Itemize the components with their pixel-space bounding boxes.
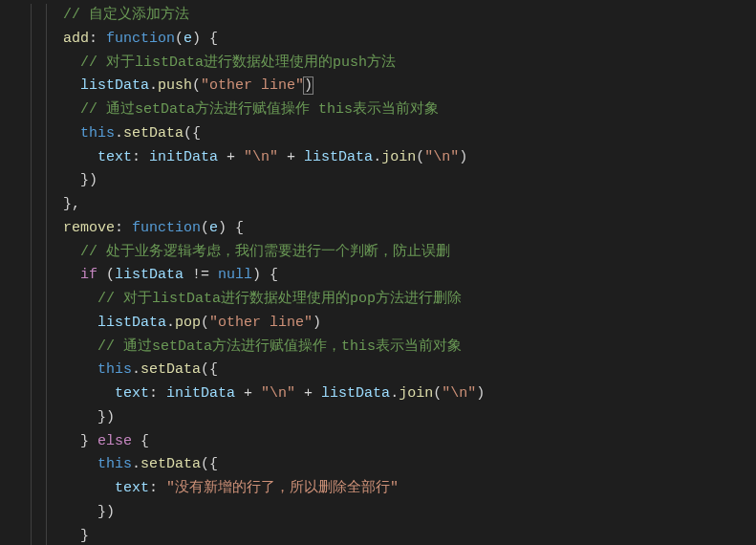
code-line[interactable]: this.setData({ [19, 359, 756, 382]
this-keyword: this [97, 361, 132, 378]
string-literal: "\n" [424, 149, 459, 165]
param: e [209, 220, 218, 236]
comment-text: // 通过setData方法进行赋值操作 this表示当前对象 [80, 101, 439, 118]
code-line[interactable]: // 对于listData进行数据处理使用的pop方法进行删除 [19, 288, 756, 312]
null-keyword: null [218, 267, 252, 283]
property-name: add [63, 31, 89, 47]
cursor-position: ) [303, 76, 313, 95]
code-line[interactable]: } else { [19, 430, 756, 454]
code-line[interactable]: // 通过setData方法进行赋值操作，this表示当前对象 [19, 336, 756, 360]
object-key: text [115, 480, 149, 496]
code-line[interactable]: // 通过setData方法进行赋值操作 this表示当前对象 [19, 98, 756, 122]
code-line[interactable]: }, [19, 193, 756, 217]
method-name: join [399, 385, 433, 402]
method-name: push [158, 77, 192, 94]
code-line[interactable]: this.setData({ [19, 453, 756, 477]
code-line[interactable]: this.setData({ [19, 122, 756, 146]
code-editor[interactable]: // 自定义添加方法 add: function(e) { // 对于listD… [0, 4, 756, 545]
code-line[interactable]: text: "没有新增的行了，所以删除全部行" [19, 477, 756, 501]
this-keyword: this [97, 456, 132, 472]
code-line[interactable]: text: initData + "\n" + listData.join("\… [19, 382, 756, 406]
variable: listData [115, 267, 184, 283]
variable: initData [166, 385, 235, 402]
comment-text: // 对于listData进行数据处理使用的push方法 [80, 54, 396, 71]
code-line[interactable]: remove: function(e) { [19, 217, 756, 241]
keyword: function [106, 31, 175, 47]
code-line[interactable]: add: function(e) { [19, 28, 756, 52]
comment-text: // 对于listData进行数据处理使用的pop方法进行删除 [97, 291, 462, 307]
code-line[interactable]: }) [19, 501, 756, 525]
method-name: pop [175, 315, 201, 331]
code-line[interactable]: listData.push("other line") [19, 75, 756, 98]
string-literal: "other line" [209, 315, 313, 331]
code-line[interactable]: // 处于业务逻辑考虑，我们需要进行一个判断，防止误删 [19, 241, 756, 265]
object-key: text [97, 149, 132, 165]
if-keyword: if [80, 267, 97, 283]
method-name: setData [123, 125, 184, 142]
method-name: setData [140, 456, 201, 472]
code-line[interactable]: } [19, 525, 756, 546]
code-line[interactable]: }) [19, 169, 756, 193]
string-literal: "\n" [244, 149, 278, 165]
code-line[interactable]: // 自定义添加方法 [19, 4, 756, 28]
keyword: function [132, 220, 201, 236]
param: e [184, 31, 192, 47]
comment-text: // 自定义添加方法 [63, 7, 189, 23]
string-literal: "没有新增的行了，所以删除全部行" [166, 480, 399, 496]
method-name: join [381, 149, 416, 165]
method-name: setData [140, 361, 201, 378]
code-line[interactable]: // 对于listData进行数据处理使用的push方法 [19, 52, 756, 76]
code-line[interactable]: text: initData + "\n" + listData.join("\… [19, 146, 756, 170]
code-line[interactable]: if (listData != null) { [19, 264, 756, 288]
object-key: text [115, 385, 149, 402]
this-keyword: this [80, 125, 115, 142]
variable: initData [149, 149, 218, 165]
variable: listData [80, 77, 149, 94]
comment-text: // 通过setData方法进行赋值操作，this表示当前对象 [97, 338, 462, 355]
code-line[interactable]: listData.pop("other line") [19, 312, 756, 336]
variable: listData [304, 149, 373, 165]
string-literal: "\n" [261, 385, 295, 402]
variable: listData [97, 315, 166, 331]
comment-text: // 处于业务逻辑考虑，我们需要进行一个判断，防止误删 [80, 244, 450, 260]
variable: listData [321, 385, 390, 402]
string-literal: "other line" [201, 77, 304, 94]
code-line[interactable]: }) [19, 406, 756, 430]
string-literal: "\n" [442, 385, 476, 402]
else-keyword: else [97, 433, 132, 449]
property-name: remove [63, 220, 115, 236]
